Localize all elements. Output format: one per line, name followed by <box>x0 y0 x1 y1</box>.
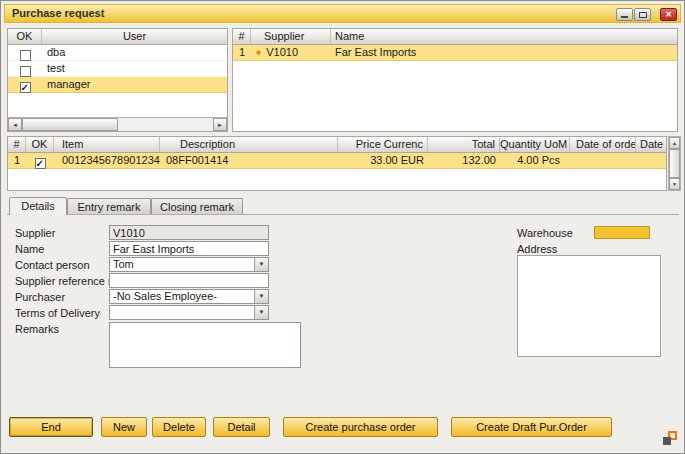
scroll-down-icon: ▼ <box>672 181 677 187</box>
supplier-code-cell: ➧V1010 <box>251 45 331 61</box>
user-name-cell: manager <box>42 77 227 93</box>
check-icon: ✓ <box>36 156 44 169</box>
items-col-date-of-order: Date of order <box>570 137 636 152</box>
items-vertical-scrollbar[interactable]: ▲ ▼ <box>668 136 681 191</box>
supplier-name-cell: Far East Imports <box>331 45 677 61</box>
resize-grip-icon[interactable] <box>663 431 677 445</box>
maximize-button[interactable] <box>634 8 651 21</box>
contact-person-dropdown-button[interactable]: ▼ <box>254 258 268 271</box>
item-date-c-cell[interactable] <box>636 153 666 169</box>
warehouse-field[interactable] <box>594 226 650 239</box>
item-ok-cell: ✓ <box>26 153 54 169</box>
terms-of-delivery-select[interactable]: ▼ <box>109 305 269 320</box>
item-price-cell[interactable]: 33.00 EUR <box>338 153 428 169</box>
items-col-date-c: Date c <box>636 137 666 152</box>
grip-square-gray <box>663 437 671 445</box>
detail-button[interactable]: Detail <box>213 417 270 437</box>
users-horizontal-scrollbar[interactable]: ◄ ► <box>8 117 227 131</box>
ok-checkbox[interactable] <box>20 66 31 77</box>
tab-closing-remark[interactable]: Closing remark <box>151 198 243 215</box>
users-col-ok: OK <box>8 29 42 44</box>
user-name-cell: dba <box>42 45 227 61</box>
supplier-row-num: 1 <box>233 45 251 61</box>
ok-checkbox[interactable]: ✓ <box>35 158 46 169</box>
supplier-field[interactable] <box>109 225 269 240</box>
remarks-label: Remarks <box>15 323 59 335</box>
purchaser-label: Purchaser <box>15 291 65 303</box>
purchaser-dropdown-button[interactable]: ▼ <box>254 290 268 303</box>
scroll-left-icon: ◄ <box>12 122 18 128</box>
remarks-field[interactable] <box>109 322 301 368</box>
items-table-header: # OK Item Description Price Currenc Tota… <box>8 137 666 153</box>
scroll-up-button[interactable]: ▲ <box>669 137 680 149</box>
supplier-table: # Supplier Name 1 ➧V1010 Far East Import… <box>232 28 678 132</box>
address-field[interactable] <box>517 255 661 357</box>
contact-person-select[interactable]: Tom ▼ <box>109 257 269 272</box>
new-button[interactable]: New <box>101 417 147 437</box>
scroll-right-button[interactable]: ► <box>213 118 227 131</box>
user-ok-cell: ✓ <box>8 77 42 93</box>
purchase-request-window: Purchase request ✕ OK User dba test ✓ ma… <box>0 0 685 454</box>
user-row-dba[interactable]: dba <box>8 45 227 61</box>
window-title: Purchase request <box>12 7 104 19</box>
terms-of-delivery-label: Terms of Delivery <box>15 307 100 319</box>
item-description-cell[interactable]: 08FF001414 <box>160 153 338 169</box>
items-col-quantity: Quantity UoM <box>500 137 570 152</box>
items-col-total: Total <box>428 137 500 152</box>
user-ok-cell <box>8 45 42 61</box>
scroll-down-button[interactable]: ▼ <box>669 178 680 190</box>
ok-checkbox[interactable] <box>20 50 31 61</box>
supplier-table-header: # Supplier Name <box>233 29 677 45</box>
name-label: Name <box>15 243 44 255</box>
items-col-num: # <box>8 137 26 152</box>
delete-button[interactable]: Delete <box>152 417 206 437</box>
supplier-row[interactable]: 1 ➧V1010 Far East Imports <box>233 45 677 61</box>
items-col-price: Price Currenc <box>338 137 428 152</box>
user-row-test[interactable]: test <box>8 61 227 77</box>
supplier-col-num: # <box>233 29 251 44</box>
supplier-reference-field[interactable] <box>109 273 269 288</box>
items-col-description: Description <box>160 137 338 152</box>
item-row[interactable]: 1 ✓ 001234567890123456 08FF001414 33.00 … <box>8 153 666 169</box>
chevron-down-icon: ▼ <box>255 258 268 270</box>
scroll-left-button[interactable]: ◄ <box>8 118 22 131</box>
minimize-button[interactable] <box>616 8 633 21</box>
terms-dropdown-button[interactable]: ▼ <box>254 306 268 319</box>
item-code-cell[interactable]: 001234567890123456 <box>54 153 160 169</box>
scroll-right-icon: ► <box>217 122 223 128</box>
items-col-item: Item <box>54 137 160 152</box>
scroll-up-icon: ▲ <box>672 140 677 146</box>
contact-person-label: Contact person <box>15 259 90 271</box>
supplier-col-supplier: Supplier <box>251 29 331 44</box>
tab-separator-line <box>7 214 679 215</box>
link-arrow-icon[interactable]: ➧ <box>254 45 263 60</box>
items-table: # OK Item Description Price Currenc Tota… <box>7 136 667 191</box>
user-ok-cell <box>8 61 42 77</box>
supplier-label: Supplier <box>15 227 55 239</box>
tab-entry-remark[interactable]: Entry remark <box>67 198 151 215</box>
supplier-code: V1010 <box>266 46 298 58</box>
users-col-user: User <box>42 29 227 44</box>
user-row-manager[interactable]: ✓ manager <box>8 77 227 93</box>
supplier-reference-label: Supplier reference nu <box>15 275 120 287</box>
check-icon: ✓ <box>21 80 29 93</box>
items-col-ok: OK <box>26 137 54 152</box>
titlebar[interactable]: Purchase request ✕ <box>4 4 681 23</box>
name-field[interactable] <box>109 241 269 256</box>
end-button[interactable]: End <box>9 417 93 437</box>
warehouse-label: Warehouse <box>517 227 573 239</box>
tab-details[interactable]: Details <box>9 197 67 215</box>
maximize-icon <box>639 12 647 18</box>
supplier-col-name: Name <box>331 29 677 44</box>
scrollbar-thumb[interactable] <box>669 149 680 178</box>
create-purchase-order-button[interactable]: Create purchase order <box>283 417 438 437</box>
close-button[interactable]: ✕ <box>660 8 677 21</box>
item-total-cell[interactable]: 132.00 <box>428 153 500 169</box>
purchaser-select[interactable]: -No Sales Employee- ▼ <box>109 289 269 304</box>
ok-checkbox[interactable]: ✓ <box>20 82 31 93</box>
create-draft-purchase-order-button[interactable]: Create Draft Pur.Order <box>451 417 612 437</box>
item-quantity-cell[interactable]: 4.00 Pcs <box>500 153 570 169</box>
user-name-cell: test <box>42 61 227 77</box>
scrollbar-thumb[interactable] <box>22 118 118 131</box>
item-date-of-order-cell[interactable] <box>570 153 636 169</box>
